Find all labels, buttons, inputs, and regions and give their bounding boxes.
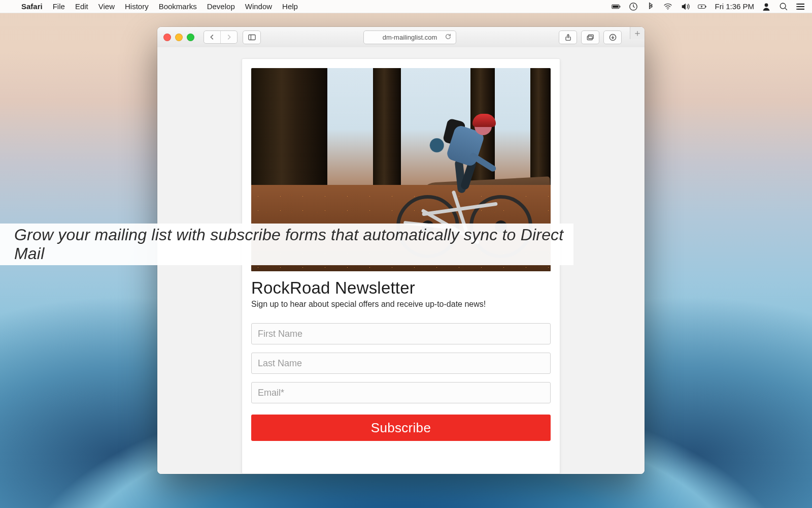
spotlight-icon[interactable] [779,2,789,12]
bluetooth-icon[interactable] [646,2,656,12]
reload-icon[interactable] [445,33,452,42]
svg-rect-6 [706,6,706,7]
new-tab-button[interactable]: ＋ [630,27,645,39]
wifi-icon[interactable] [663,2,673,12]
first-name-input[interactable] [251,323,551,344]
svg-point-11 [796,9,797,10]
menubar-clock[interactable]: Fri 1:36 PM [715,2,754,11]
overlay-caption: Grow your mailing list with subscribe fo… [14,226,573,263]
form-title: RockRoad Newsletter [251,278,551,298]
battery-charge-icon[interactable] [697,2,707,12]
menu-edit[interactable]: Edit [70,0,93,13]
battery-icon[interactable] [611,2,621,12]
menu-view[interactable]: View [93,0,120,13]
form-subtitle: Sign up to hear about special offers and… [251,300,551,309]
svg-rect-2 [613,5,619,8]
overlay-caption-band: Grow your mailing list with subscribe fo… [0,224,573,265]
address-bar[interactable]: dm-mailinglist.com [363,30,457,44]
svg-point-10 [796,6,797,7]
svg-point-4 [668,9,669,10]
menu-help[interactable]: Help [277,0,303,13]
safari-toolbar: dm-mailinglist.com ＋ [157,27,645,48]
zoom-window-button[interactable] [187,34,194,41]
svg-rect-1 [620,6,621,7]
subscribe-button[interactable]: Subscribe [251,415,551,441]
svg-point-8 [780,3,786,9]
menu-history[interactable]: History [120,0,154,13]
svg-rect-12 [248,35,255,40]
svg-point-9 [796,4,797,5]
back-button[interactable] [204,31,221,43]
svg-point-7 [765,3,768,7]
nav-back-forward [204,30,238,44]
macos-menubar: Safari File Edit View History Bookmarks … [0,0,812,13]
subscribe-card: RockRoad Newsletter Sign up to hear abou… [242,58,560,474]
volume-icon[interactable] [680,2,690,12]
notification-center-icon[interactable] [796,2,806,12]
forward-button[interactable] [221,31,237,43]
close-window-button[interactable] [163,34,171,41]
minimize-window-button[interactable] [175,34,183,41]
user-icon[interactable] [761,2,771,12]
app-menu[interactable]: Safari [16,0,48,13]
menu-window[interactable]: Window [240,0,277,13]
show-tabs-button[interactable] [581,30,599,44]
downloads-button[interactable] [603,30,622,44]
sidebar-toggle-button[interactable] [243,30,261,44]
share-button[interactable] [559,30,577,44]
menu-develop[interactable]: Develop [202,0,240,13]
address-bar-text: dm-mailinglist.com [383,34,437,41]
last-name-input[interactable] [251,353,551,374]
menu-bookmarks[interactable]: Bookmarks [154,0,202,13]
menu-file[interactable]: File [48,0,70,13]
window-controls [163,34,194,41]
timemachine-icon[interactable] [628,2,638,12]
email-input[interactable] [251,382,551,403]
